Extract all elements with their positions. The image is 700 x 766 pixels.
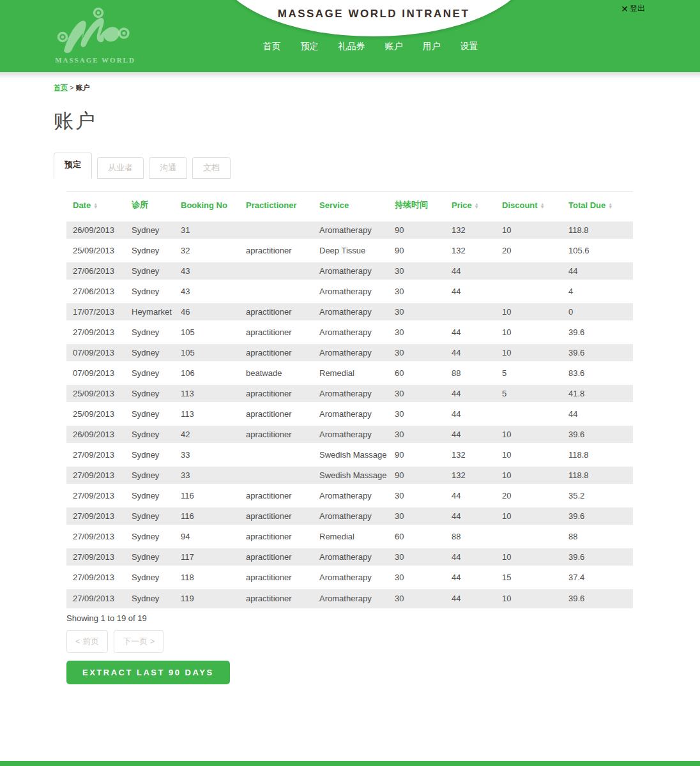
table-cell: apractitioner bbox=[240, 322, 313, 343]
table-cell: Sydney bbox=[125, 322, 174, 343]
table-cell: 118.8 bbox=[562, 465, 633, 486]
table-row: 26/09/2013Sydney42apractitionerAromather… bbox=[66, 424, 633, 445]
table-cell: apractitioner bbox=[240, 424, 313, 445]
table-cell bbox=[240, 220, 313, 241]
table-cell bbox=[240, 282, 313, 302]
table-cell: 60 bbox=[388, 527, 445, 547]
nav-item-gift-vouchers[interactable]: 礼品券 bbox=[339, 41, 365, 52]
table-cell: Sydney bbox=[125, 424, 174, 445]
table-cell: 60 bbox=[388, 363, 445, 384]
table-cell: 39.6 bbox=[562, 424, 633, 445]
column-header: 持续时间 bbox=[388, 192, 445, 220]
table-cell: Aromatherapy bbox=[313, 404, 388, 424]
table-cell: 30 bbox=[388, 588, 445, 608]
extract-last-90-days-button[interactable]: EXTRACT LAST 90 DAYS bbox=[66, 661, 230, 684]
column-header[interactable]: Discount▲▼ bbox=[496, 192, 562, 220]
tab-practitioners[interactable]: 从业者 bbox=[97, 157, 144, 179]
table-cell: 118.8 bbox=[562, 445, 633, 465]
table-cell: 30 bbox=[388, 282, 445, 302]
table-cell: 27/06/2013 bbox=[66, 261, 125, 282]
table-cell: 10 bbox=[496, 220, 562, 241]
table-cell: Sydney bbox=[125, 220, 174, 241]
logo-text: MASSAGE WORLD bbox=[54, 56, 137, 64]
table-cell: 90 bbox=[388, 445, 445, 465]
nav-item-bookings[interactable]: 预定 bbox=[301, 41, 319, 52]
table-row: 27/09/2013Sydney116apractitionerAromathe… bbox=[66, 506, 633, 527]
column-header: Service bbox=[313, 192, 388, 220]
table-cell: 27/06/2013 bbox=[66, 282, 125, 302]
table-wrap: Date▲▼诊所Booking NoPractictionerService持续… bbox=[66, 191, 633, 608]
table-body: 26/09/2013Sydney31Aromatherapy9013210118… bbox=[66, 220, 633, 608]
table-cell: 132 bbox=[445, 465, 496, 486]
column-header[interactable]: Date▲▼ bbox=[66, 192, 125, 220]
breadcrumb-separator: > bbox=[70, 84, 73, 91]
table-cell bbox=[496, 404, 562, 424]
nav-item-accounts[interactable]: 账户 bbox=[385, 41, 403, 52]
table-cell: 105 bbox=[174, 322, 240, 343]
table-cell: 44 bbox=[445, 547, 496, 567]
table-cell: Aromatherapy bbox=[313, 588, 388, 608]
table-cell: 132 bbox=[445, 241, 496, 261]
table-cell: 44 bbox=[445, 322, 496, 343]
nav-item-users[interactable]: 用户 bbox=[423, 41, 441, 52]
column-header[interactable]: Total Due▲▼ bbox=[562, 192, 633, 220]
table-cell: 10 bbox=[496, 343, 562, 363]
table-cell: 10 bbox=[496, 506, 562, 527]
table-cell: 44 bbox=[445, 486, 496, 506]
table-cell: 119 bbox=[174, 588, 240, 608]
nav-item-settings[interactable]: 设置 bbox=[460, 41, 478, 52]
table-cell: 113 bbox=[174, 404, 240, 424]
table-cell: 33 bbox=[174, 445, 240, 465]
table-cell: 10 bbox=[496, 322, 562, 343]
table-cell: apractitioner bbox=[240, 567, 313, 588]
tabs: 预定从业者沟通文档 bbox=[54, 153, 646, 179]
table-cell: Aromatherapy bbox=[313, 343, 388, 363]
table-cell: 116 bbox=[174, 486, 240, 506]
table-cell bbox=[240, 445, 313, 465]
table-cell: 88 bbox=[445, 527, 496, 547]
tab-bookings[interactable]: 预定 bbox=[54, 153, 92, 179]
table-cell: Sydney bbox=[125, 343, 174, 363]
table-cell: apractitioner bbox=[240, 527, 313, 547]
table-cell: 20 bbox=[496, 486, 562, 506]
table-cell: 44 bbox=[445, 384, 496, 404]
table-cell: 27/09/2013 bbox=[66, 465, 125, 486]
table-cell: apractitioner bbox=[240, 506, 313, 527]
pagination: < 前页 下一页 > bbox=[66, 630, 646, 653]
table-cell: 88 bbox=[562, 527, 633, 547]
table-cell: 4 bbox=[562, 282, 633, 302]
prev-page-button[interactable]: < 前页 bbox=[66, 630, 108, 653]
table-cell: 30 bbox=[388, 302, 445, 322]
table-cell: apractitioner bbox=[240, 486, 313, 506]
next-page-button[interactable]: 下一页 > bbox=[114, 630, 164, 653]
table-cell: 32 bbox=[174, 241, 240, 261]
table-cell: 39.6 bbox=[562, 547, 633, 567]
table-cell: 44 bbox=[445, 567, 496, 588]
table-cell bbox=[240, 465, 313, 486]
table-cell: Swedish Massage bbox=[313, 465, 388, 486]
table-cell: 25/09/2013 bbox=[66, 384, 125, 404]
sort-icon: ▲▼ bbox=[93, 202, 98, 209]
table-cell: 30 bbox=[388, 261, 445, 282]
table-cell: Deep Tissue bbox=[313, 241, 388, 261]
breadcrumb-home-link[interactable]: 首页 bbox=[54, 84, 68, 91]
table-cell: 90 bbox=[388, 465, 445, 486]
table-cell bbox=[496, 282, 562, 302]
table-cell: 10 bbox=[496, 302, 562, 322]
table-cell: Sydney bbox=[125, 445, 174, 465]
table-cell bbox=[496, 261, 562, 282]
table-cell: 20 bbox=[496, 241, 562, 261]
table-cell: 5 bbox=[496, 363, 562, 384]
table-cell: Aromatherapy bbox=[313, 220, 388, 241]
table-cell: Aromatherapy bbox=[313, 282, 388, 302]
tab-communication[interactable]: 沟通 bbox=[149, 157, 187, 179]
table-cell: 39.6 bbox=[562, 506, 633, 527]
bookings-table: Date▲▼诊所Booking NoPractictionerService持续… bbox=[66, 191, 633, 608]
tab-documents[interactable]: 文档 bbox=[192, 157, 231, 179]
table-cell: Sydney bbox=[125, 465, 174, 486]
nav-item-home[interactable]: 首页 bbox=[263, 41, 281, 52]
table-cell: 10 bbox=[496, 424, 562, 445]
logout-link[interactable]: ✕ 登出 bbox=[621, 3, 645, 14]
site-title: MASSAGE WORLD INTRANET bbox=[217, 8, 530, 20]
column-header[interactable]: Price▲▼ bbox=[445, 192, 496, 220]
